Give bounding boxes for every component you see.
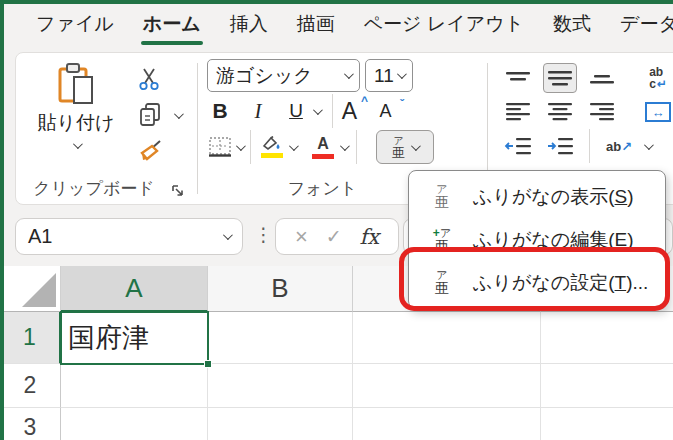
wrap-text-icon: ab c↵	[649, 66, 667, 90]
cell-a3[interactable]	[61, 408, 208, 440]
select-all-corner[interactable]	[0, 266, 61, 312]
furigana-settings-icon: ア 亜	[427, 270, 457, 295]
font-name-combobox[interactable]: 游ゴシック	[207, 59, 360, 92]
cell-c3[interactable]	[353, 408, 541, 440]
name-box-value: A1	[28, 225, 52, 248]
font-color-button[interactable]: A	[309, 133, 337, 161]
font-size-value: 11	[374, 65, 394, 87]
select-all-triangle-icon	[22, 273, 56, 307]
cut-scissors-icon[interactable]	[138, 67, 160, 91]
text-orientation-chevron-icon[interactable]	[644, 140, 654, 150]
align-center-button[interactable]	[543, 97, 577, 127]
paste-dropdown-chevron-icon[interactable]	[72, 139, 82, 149]
formula-buttons-box: × ✓ fx	[275, 218, 399, 255]
align-bottom-button[interactable]	[585, 63, 619, 93]
cell-d1[interactable]	[541, 312, 673, 364]
cell-b1[interactable]	[208, 312, 353, 364]
menu-item-furigana-settings[interactable]: ア 亜 ふりがなの設定(T)...	[409, 261, 665, 304]
underline-chevron-icon[interactable]	[313, 105, 323, 115]
copy-icon[interactable]	[138, 102, 162, 128]
cell-d3[interactable]	[541, 408, 673, 440]
tab-page-layout[interactable]: ページ レイアウト	[362, 7, 526, 45]
paste-clipboard-icon	[54, 61, 98, 107]
align-right-button[interactable]	[585, 97, 619, 127]
decrease-indent-icon	[504, 137, 532, 155]
row-header-2[interactable]: 2	[0, 364, 61, 408]
cell-b3[interactable]	[208, 408, 353, 440]
formula-bar-options-icon[interactable]: ⋮	[254, 223, 273, 246]
fill-color-chevron-icon[interactable]	[289, 141, 299, 151]
copy-dropdown-chevron-icon[interactable]	[174, 109, 184, 119]
align-center-icon	[547, 102, 573, 122]
cell-c2[interactable]	[353, 364, 541, 408]
edit-furigana-icon: +ア 亜	[427, 227, 457, 253]
row-header-1[interactable]: 1	[0, 312, 61, 364]
font-color-bar	[312, 154, 334, 159]
window-border-top	[0, 0, 673, 4]
tab-draw[interactable]: 描画	[295, 7, 337, 45]
tab-file[interactable]: ファイル	[34, 7, 116, 45]
font-name-chevron-icon[interactable]	[344, 69, 354, 79]
increase-indent-button[interactable]	[543, 131, 577, 161]
phonetic-guide-dropdown-menu: ア 亜 ふりがなの表示(S) +ア 亜 ふりがなの編集(E) ア 亜 ふりがなの…	[408, 170, 666, 309]
insert-function-icon[interactable]: fx	[359, 225, 379, 249]
borders-button[interactable]	[207, 133, 233, 161]
italic-button[interactable]: I	[245, 97, 271, 125]
show-furigana-icon: ア 亜	[427, 184, 457, 209]
column-header-b[interactable]: B	[208, 266, 353, 312]
font-size-chevron-icon[interactable]	[397, 69, 407, 79]
fill-color-bucket-icon	[260, 136, 284, 151]
cell-a1[interactable]: 国府津	[61, 312, 208, 364]
menu-item-edit-furigana[interactable]: +ア 亜 ふりがなの編集(E)	[409, 218, 665, 261]
decrease-indent-button[interactable]	[501, 131, 535, 161]
tab-insert[interactable]: 挿入	[228, 7, 270, 45]
cell-c1[interactable]	[353, 312, 541, 364]
tab-data[interactable]: データ	[618, 7, 673, 45]
align-top-icon	[505, 71, 531, 85]
bold-button[interactable]: B	[207, 97, 233, 125]
cell-b2[interactable]	[208, 364, 353, 408]
paste-button[interactable]: 貼り付け	[30, 61, 122, 163]
font-size-combobox[interactable]: 11	[365, 59, 413, 92]
merge-center-button[interactable]: ↔	[641, 97, 673, 127]
text-orientation-button[interactable]: ab↗	[602, 131, 636, 161]
underline-button[interactable]: U	[283, 97, 309, 125]
format-painter-icon[interactable]	[138, 139, 164, 163]
tab-formulas[interactable]: 数式	[551, 7, 593, 45]
menu-item-label: ふりがなの編集(E)	[473, 227, 634, 253]
increase-font-size-button[interactable]: A^	[341, 97, 367, 125]
align-left-button[interactable]	[501, 97, 535, 127]
borders-icon	[208, 136, 232, 158]
enter-icon[interactable]: ✓	[326, 225, 342, 248]
menu-item-show-furigana[interactable]: ア 亜 ふりがなの表示(S)	[409, 175, 665, 218]
wrap-text-button[interactable]: ab c↵	[641, 63, 673, 93]
font-color-chevron-icon[interactable]	[340, 141, 350, 151]
cancel-icon[interactable]: ×	[295, 224, 308, 250]
fill-color-bar	[261, 153, 283, 158]
font-name-value: 游ゴシック	[216, 63, 313, 89]
align-top-button[interactable]	[501, 63, 535, 93]
text-orientation-icon: ab↗	[606, 139, 632, 154]
tab-home[interactable]: ホーム	[141, 7, 203, 45]
window-border-left	[0, 0, 4, 440]
name-box[interactable]: A1	[15, 218, 243, 255]
phonetic-guide-icon: ア 亜	[392, 136, 405, 159]
borders-chevron-icon[interactable]	[236, 141, 246, 151]
align-left-icon	[505, 102, 531, 122]
cell-a2[interactable]	[61, 364, 208, 408]
decrease-font-size-button[interactable]: Aˇ	[377, 97, 403, 125]
align-middle-icon	[547, 70, 573, 86]
fill-color-button[interactable]	[258, 133, 286, 161]
group-divider	[197, 63, 198, 194]
ribbon-tab-bar: ファイル ホーム 挿入 描画 ページ レイアウト 数式 データ 校	[34, 6, 673, 46]
row-header-3[interactable]: 3	[0, 408, 61, 440]
column-header-a[interactable]: A	[61, 266, 208, 312]
phonetic-guide-button[interactable]: ア 亜	[376, 130, 434, 164]
cell-d2[interactable]	[541, 364, 673, 408]
align-middle-button[interactable]	[543, 63, 577, 93]
merge-center-icon: ↔	[645, 102, 671, 122]
menu-item-label: ふりがなの表示(S)	[473, 184, 634, 210]
name-box-chevron-icon[interactable]	[223, 230, 233, 240]
increase-indent-icon	[546, 137, 574, 155]
phonetic-guide-chevron-icon[interactable]	[411, 141, 421, 151]
